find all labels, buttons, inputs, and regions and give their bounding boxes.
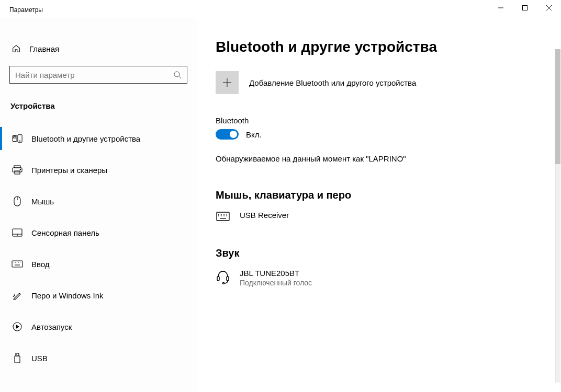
close-button[interactable] [537,0,561,16]
discoverable-text: Обнаруживаемое на данный момент как "LAP… [216,154,561,163]
minimize-button[interactable] [489,0,513,16]
autoplay-icon [12,322,23,331]
sidebar-item-label: Bluetooth и другие устройства [31,134,140,143]
svg-rect-27 [16,353,19,356]
svg-point-9 [19,141,20,141]
bluetooth-heading: Bluetooth [216,116,561,125]
sidebar-item-label: Принтеры и сканеры [31,166,107,175]
svg-rect-12 [15,171,20,174]
sidebar-item-label: Мышь [31,197,54,206]
usb-icon [12,353,23,363]
section-heading-audio: Звук [216,247,561,259]
bluetooth-toggle[interactable] [216,129,239,140]
maximize-button[interactable] [513,0,537,16]
svg-point-49 [223,283,225,284]
category-label: Устройства [10,101,187,110]
sidebar-item-touchpad[interactable]: Сенсорная панель [9,221,187,244]
svg-rect-7 [14,136,16,138]
sidebar-item-usb[interactable]: USB [9,347,187,370]
sidebar-item-pen[interactable]: Перо и Windows Ink [9,284,187,307]
touchpad-icon [12,228,23,237]
search-icon [173,71,182,79]
sidebar-item-mouse[interactable]: Мышь [9,190,187,213]
svg-rect-19 [12,261,23,267]
device-row[interactable]: JBL TUNE205BT Подключенный голос [216,269,561,287]
scroll-thumb[interactable] [555,49,560,164]
sidebar-item-bluetooth[interactable]: Bluetooth и другие устройства [9,127,187,150]
titlebar: Параметры [0,0,561,18]
sidebar-item-autoplay[interactable]: Автозапуск [9,315,187,338]
svg-rect-1 [523,6,528,10]
keyboard-icon [12,260,23,268]
sidebar-item-label: Ввод [31,260,50,269]
svg-rect-47 [217,276,219,281]
device-name: USB Receiver [240,211,289,220]
bluetooth-toggle-state: Вкл. [246,130,262,139]
svg-rect-48 [227,276,229,281]
add-device-button[interactable]: Добавление Bluetooth или другого устройс… [216,71,561,94]
plus-icon [216,71,239,94]
home-icon [10,44,22,53]
search-field[interactable] [15,71,173,79]
window-controls [489,0,561,18]
keyboard-icon [216,211,230,221]
svg-rect-33 [217,212,229,221]
mouse-icon [12,196,23,206]
section-heading-input-devices: Мышь, клавиатура и перо [216,189,561,201]
search-input[interactable] [9,66,187,84]
svg-rect-30 [15,356,20,363]
content-pane: Bluetooth и другие устройства Добавление… [197,18,561,392]
pen-icon [12,291,23,300]
svg-line-5 [179,76,181,78]
page-title: Bluetooth и другие устройства [216,39,561,55]
printer-icon [12,165,23,175]
nav-list: Bluetooth и другие устройства Принтеры и… [9,123,187,374]
device-name: JBL TUNE205BT [240,269,312,278]
svg-rect-10 [14,166,20,168]
scrollbar[interactable] [555,41,560,391]
home-button[interactable]: Главная [10,44,187,53]
home-label: Главная [29,44,59,53]
window-title: Параметры [9,6,43,14]
sidebar: Главная Устройства [0,18,197,392]
sidebar-item-label: Автозапуск [31,322,72,331]
add-device-label: Добавление Bluetooth или другого устройс… [249,78,416,87]
device-row[interactable]: USB Receiver [216,211,561,221]
headset-icon [216,269,230,284]
sidebar-item-label: Сенсорная панель [31,228,99,237]
sidebar-item-label: Перо и Windows Ink [31,291,104,300]
sidebar-item-typing[interactable]: Ввод [9,252,187,275]
svg-point-13 [20,169,20,169]
sidebar-item-label: USB [31,354,48,363]
bluetooth-devices-icon [12,134,23,143]
svg-point-4 [174,72,179,77]
sidebar-item-printers[interactable]: Принтеры и сканеры [9,158,187,181]
device-status: Подключенный голос [240,279,312,287]
